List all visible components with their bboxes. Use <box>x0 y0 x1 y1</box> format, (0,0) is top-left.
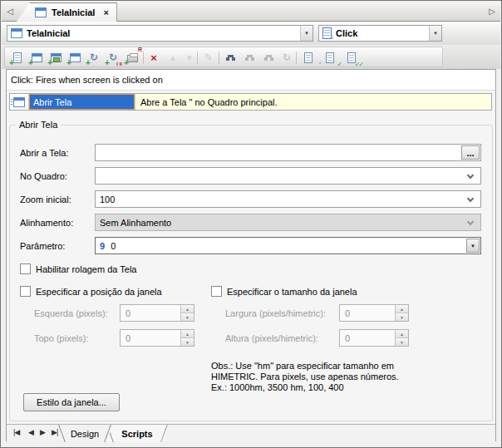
tab-label: TelaInicial <box>52 7 95 17</box>
altura-spinner[interactable]: 0 ▲▼ <box>339 329 409 347</box>
alinhamento-label: Alinhamento: <box>20 218 73 228</box>
verify-icon[interactable]: ✓ <box>322 50 337 65</box>
next-tab-icon[interactable]: ▶ <box>40 428 45 436</box>
new-script-icon[interactable]: + <box>10 50 25 65</box>
move-up-icon[interactable]: ▲ <box>165 50 180 65</box>
spin-down-icon[interactable]: ▼ <box>396 337 408 346</box>
first-tab-icon[interactable]: |◀ <box>13 428 19 436</box>
tab-design-label: Design <box>71 429 99 439</box>
new-picture-script-icon[interactable]: + <box>48 50 63 65</box>
especificar-posicao-label: Especificar a posição da janela <box>36 287 162 297</box>
dropdown-button[interactable]: ▼ <box>466 239 480 253</box>
toolbar-panel: + + + + ↻+ ↻I II+ R+ × ▲ ▼ ✎ ↻ ' ✓ ✓✓ <box>4 47 443 67</box>
event-info-bar: Click: Fires when screen is clicked on <box>7 70 495 91</box>
zoom-inicial-value: 100 <box>100 194 115 204</box>
spin-up-icon[interactable]: ▲ <box>181 305 194 313</box>
new-window-script-icon[interactable]: + <box>67 50 82 65</box>
event-selector[interactable]: ↓ Click ▼ <box>318 25 442 42</box>
last-tab-icon[interactable]: ▶| <box>52 428 57 436</box>
especificar-tamanho-label: Especificar o tamanho da janela <box>227 287 357 297</box>
find-previous-icon[interactable] <box>261 50 276 65</box>
action-name-cell[interactable]: Abrir Tela <box>29 94 135 110</box>
habilitar-rolagem-label: Habilitar rolagem da Tela <box>36 264 136 274</box>
event-script-icon: ↓ <box>322 27 332 39</box>
tab-design[interactable]: Design <box>58 425 111 442</box>
no-quadro-combo[interactable] <box>95 167 481 185</box>
bottom-tab-bar: |◀ ◀ ▶ ▶| Design Scripts <box>7 424 495 442</box>
tab-scroll-left-icon[interactable]: ◁ <box>4 6 16 17</box>
zoom-inicial-combo[interactable]: 100 <box>95 190 481 208</box>
tab-scroll-right-icon[interactable]: ▷ <box>486 6 498 17</box>
habilitar-rolagem-checkbox[interactable]: Habilitar rolagem da Tela <box>20 263 136 274</box>
altura-value: 0 <box>345 333 350 343</box>
checkbox-icon[interactable] <box>20 286 31 297</box>
action-description-cell[interactable]: Abre a Tela " no Quadro principal. <box>135 94 491 110</box>
verify-script-icon[interactable]: ' <box>301 50 316 65</box>
abrir-tela-label: Abrir a Tela: <box>20 148 69 158</box>
action-icon-cell[interactable] <box>10 94 29 110</box>
largura-spinner[interactable]: 0 ▲▼ <box>339 304 409 322</box>
abrir-tela-input[interactable]: ... <box>95 144 481 161</box>
largura-value: 0 <box>345 308 350 318</box>
spin-down-icon[interactable]: ▼ <box>181 313 194 321</box>
estilo-da-janela-button[interactable]: Estilo da janela... <box>23 393 120 411</box>
spin-up-icon[interactable]: ▲ <box>396 330 408 337</box>
delete-script-icon[interactable]: × <box>146 50 161 65</box>
toolbar-separator <box>197 52 198 64</box>
note-line-3: Ex.: 1000hm, 3500 hm, 100, 400 <box>211 382 399 393</box>
especificar-tamanho-checkbox[interactable]: Especificar o tamanho da janela <box>211 286 357 297</box>
alinhamento-combo[interactable]: Sem Alinhamento <box>95 214 481 231</box>
print-script-icon[interactable]: R+ <box>125 50 140 65</box>
screen-icon <box>11 28 22 38</box>
screen-icon <box>35 7 47 17</box>
parametro-value: 0 <box>111 241 116 251</box>
spin-down-icon[interactable]: ▼ <box>396 313 408 321</box>
chevron-down-icon <box>467 219 474 225</box>
import-script-icon[interactable]: ↻+ <box>86 50 101 65</box>
spin-up-icon[interactable]: ▲ <box>181 330 194 337</box>
replace-icon[interactable]: ↻ <box>279 50 294 65</box>
checkbox-icon[interactable] <box>20 263 31 274</box>
no-quadro-label: No Quadro: <box>20 171 67 181</box>
screen-selector[interactable]: TelaInicial ▼ <box>7 25 313 42</box>
rename-icon[interactable]: ✎ <box>201 50 216 65</box>
topo-spinner[interactable]: 0 ▲▼ <box>120 329 194 347</box>
spin-up-icon[interactable]: ▲ <box>396 305 408 313</box>
find-next-icon[interactable] <box>242 50 257 65</box>
verify-all-icon[interactable]: ✓✓ <box>344 50 359 65</box>
topo-label: Topo (pixels): <box>34 333 88 343</box>
parametro-combo[interactable]: 9 0 ▼ <box>95 237 481 254</box>
chevron-down-icon[interactable]: ▼ <box>300 26 313 41</box>
action-grid-row: Abrir Tela Abre a Tela " no Quadro princ… <box>9 93 492 111</box>
zoom-inicial-label: Zoom inicial: <box>20 194 71 204</box>
esquerda-label: Esquerda (pixels): <box>34 308 108 318</box>
spin-down-icon[interactable]: ▼ <box>181 337 194 346</box>
move-down-icon[interactable]: ▼ <box>182 50 197 65</box>
tab-telainicial[interactable]: TelaInicial × <box>17 2 117 22</box>
selector-row: TelaInicial ▼ ↓ Click ▼ <box>2 22 500 45</box>
altura-label: Altura (pixels/himetric): <box>225 333 318 343</box>
checkbox-icon[interactable] <box>211 286 222 297</box>
chevron-down-icon[interactable]: ▼ <box>429 26 441 41</box>
numeric-type-indicator: 9 <box>100 241 105 251</box>
chevron-down-icon <box>467 172 474 179</box>
new-step-script-icon[interactable]: ↻I II+ <box>106 50 121 65</box>
largura-label: Largura (pixels/himetric): <box>225 308 326 318</box>
toolbar-separator <box>296 52 297 64</box>
tab-scripts[interactable]: Scripts <box>106 425 168 442</box>
tab-scripts-label: Scripts <box>121 429 152 439</box>
groupbox-title: Abrir Tela <box>16 120 61 130</box>
especificar-posicao-checkbox[interactable]: Especificar a posição da janela <box>20 286 162 297</box>
previous-tab-icon[interactable]: ◀ <box>28 428 33 436</box>
toolbar-separator <box>143 52 144 64</box>
new-screen-script-icon[interactable]: + <box>29 50 44 65</box>
esquerda-value: 0 <box>126 308 130 318</box>
close-icon[interactable]: × <box>103 7 108 17</box>
find-icon[interactable] <box>223 50 238 65</box>
topo-value: 0 <box>126 333 130 343</box>
parametro-label: Parâmetro: <box>20 241 65 251</box>
document-tabstrip: ◁ TelaInicial × ▷ <box>2 2 500 22</box>
browse-button[interactable]: ... <box>461 145 480 160</box>
esquerda-spinner[interactable]: 0 ▲▼ <box>120 304 194 322</box>
note-line-1: Obs.: Use "hm" para especificar tamanho … <box>211 361 399 372</box>
